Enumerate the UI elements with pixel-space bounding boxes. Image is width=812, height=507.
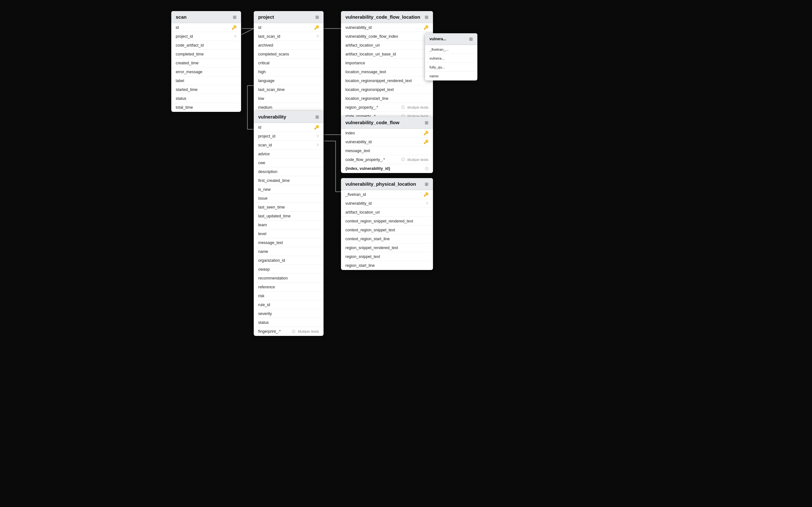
table-row: issue (254, 194, 323, 203)
field-label: last_updated_time (258, 214, 319, 218)
field-label: level (258, 232, 319, 236)
table-row: rule_id (254, 300, 323, 309)
field-label: status (176, 96, 237, 101)
table-row: is_new (254, 185, 323, 194)
field-label: language (258, 78, 319, 83)
field-label: issue (258, 196, 319, 201)
table-row: artifact_location_uri (341, 208, 433, 217)
field-label: artifact_location_uri_base_id (345, 52, 428, 56)
field-label: location_message_text (345, 70, 428, 74)
vulnerability-code-flow-location-table: vulnerability_code_flow_location ⊞ vulne… (341, 11, 433, 121)
field-label: owasp (258, 267, 319, 272)
vulnerability-code-flow-table: vulnerability_code_flow ⊞ index 🔑 vulner… (341, 117, 433, 173)
table-row: region_start_line (341, 261, 433, 270)
field-label: name (429, 74, 473, 78)
field-label: fully_qu... (429, 65, 473, 69)
table-row: last_updated_time (254, 212, 323, 221)
key-icon: 🔑 (232, 25, 237, 30)
multiple-fields-label: Multiple fields (298, 330, 319, 333)
vcfl-table-title: vulnerability_code_flow_location (345, 14, 420, 20)
table-row: reference (254, 283, 323, 291)
scan-table-icon[interactable]: ⊞ (233, 14, 237, 20)
field-label: code_flow_property_.* (345, 158, 400, 162)
field-label: region_start_line (345, 263, 428, 268)
table-row: region_snippet_text (341, 252, 433, 261)
table-row: id 🔑 (171, 23, 241, 32)
table-row: completed_scans (254, 50, 323, 59)
vcfl-table-header: vulnerability_code_flow_location ⊞ (341, 11, 433, 23)
field-label: advice (258, 152, 319, 156)
key-icon: 🔑 (314, 125, 319, 130)
partial-table-header: vulnera... ⊞ (425, 33, 477, 45)
table-row: owasp (254, 265, 323, 274)
table-row: _fivetran_... (425, 45, 477, 54)
info-icon: ⓘ (401, 105, 405, 110)
vulnerability-table-icon[interactable]: ⊞ (315, 114, 319, 119)
multiple-fields-label: Multiple fields (407, 106, 428, 109)
table-row: _fivetran_id 🔑 (341, 190, 433, 199)
table-row: description (254, 167, 323, 176)
vpl-table-icon[interactable]: ⊞ (425, 181, 428, 187)
table-row: archived (254, 41, 323, 50)
field-label: project_id (176, 34, 234, 39)
table-row: advice (254, 150, 323, 158)
field-label: critical (258, 61, 319, 65)
table-row: {index, vulnerability_id} ⓘ (341, 164, 433, 173)
vcf-table-title: vulnerability_code_flow (345, 120, 399, 125)
multiple-fields-label: Multiple fields (407, 158, 428, 162)
table-row: id 🔑 (254, 23, 323, 32)
vcfl-table-icon[interactable]: ⊞ (425, 14, 428, 20)
table-row: region_snippet_rendered_text (341, 243, 433, 252)
field-label: location_regionstart_line (345, 96, 428, 101)
vcf-table-icon[interactable]: ⊞ (425, 120, 428, 125)
table-row: context_region_snippet_text (341, 226, 433, 234)
table-row: index 🔑 (341, 129, 433, 137)
field-label: message_text (345, 149, 428, 153)
field-label: fingerprint_.* (258, 329, 291, 334)
table-row: name (254, 247, 323, 256)
field-label: vulnerability_id (345, 201, 426, 206)
info-icon: ⓘ (425, 166, 428, 171)
scan-table-header: scan ⊞ (171, 11, 241, 23)
vulnerability-table-title: vulnerability (258, 114, 286, 119)
field-label: low (258, 96, 319, 101)
field-label: scan_id (258, 143, 316, 147)
table-row: cwe (254, 158, 323, 167)
table-row: language (254, 76, 323, 85)
key-icon: 🔑 (423, 192, 428, 197)
table-row: recommendation (254, 274, 323, 283)
table-row: context_region_snippet_rendered_text (341, 217, 433, 226)
table-row: project_id ⑂ (254, 132, 323, 141)
partial-table: vulnera... ⊞ _fivetran_... vulnera... fu… (425, 33, 477, 80)
vpl-table-title: vulnerability_physical_location (345, 181, 416, 187)
table-row: status (171, 94, 241, 103)
scan-table: scan ⊞ id 🔑 project_id ⑂ code_artifact_i… (171, 11, 241, 112)
table-row: critical (254, 59, 323, 67)
fk-icon: ⑂ (316, 143, 319, 147)
field-label: medium (258, 105, 319, 110)
field-label: risk (258, 294, 319, 298)
vpl-table-header: vulnerability_physical_location ⊞ (341, 178, 433, 190)
field-label: _fivetran_... (429, 48, 473, 51)
table-row: context_region_start_line (341, 234, 433, 243)
table-row: message_text (254, 238, 323, 247)
table-row: low (254, 94, 323, 103)
project-table-icon[interactable]: ⊞ (315, 14, 319, 20)
field-label: organization_id (258, 258, 319, 263)
table-row: high (254, 67, 323, 76)
field-label: status (258, 320, 319, 325)
info-icon: ⓘ (292, 329, 295, 334)
vcf-table-header: vulnerability_code_flow ⊞ (341, 117, 433, 129)
table-row: vulnerability_id 🔑 (341, 23, 433, 32)
key-icon: 🔑 (423, 139, 428, 144)
field-label: cwe (258, 161, 319, 165)
table-row: code_artifact_id (171, 41, 241, 50)
table-row: region_property_.* ⓘ Multiple fields (341, 103, 433, 112)
field-label: vulnera... (429, 56, 473, 60)
field-label: context_region_start_line (345, 237, 428, 241)
field-label: project_id (258, 134, 316, 138)
table-row: severity (254, 309, 323, 318)
partial-table-icon[interactable]: ⊞ (469, 37, 473, 42)
field-label: last_scan_time (258, 88, 319, 92)
table-row: vulnerability_id 🔑 (341, 137, 433, 147)
